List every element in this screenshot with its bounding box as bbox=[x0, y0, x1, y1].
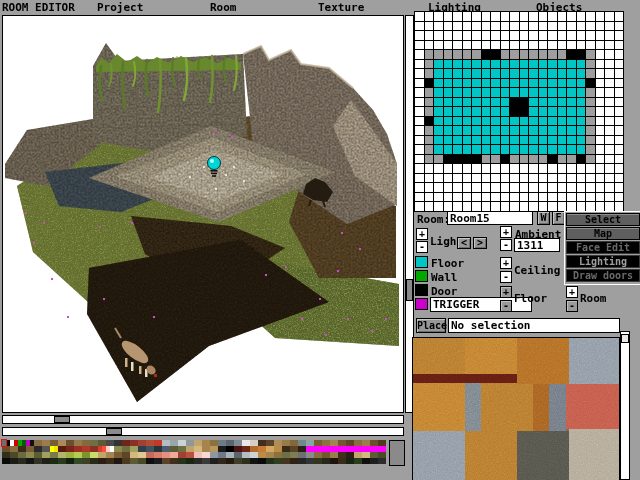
map-cell[interactable] bbox=[510, 41, 519, 50]
map-cell[interactable] bbox=[520, 88, 529, 97]
map-cell[interactable] bbox=[529, 164, 538, 173]
viewport-horizontal-scrollbar-1-thumb[interactable] bbox=[54, 416, 70, 423]
map-cell[interactable] bbox=[453, 193, 462, 202]
map-cell[interactable] bbox=[491, 12, 500, 21]
texture-tile[interactable] bbox=[517, 338, 569, 384]
map-cell[interactable] bbox=[567, 183, 576, 192]
map-cell[interactable] bbox=[605, 41, 614, 50]
texture-tile[interactable] bbox=[569, 338, 619, 384]
map-cell[interactable] bbox=[577, 31, 586, 40]
map-cell[interactable] bbox=[605, 88, 614, 97]
map-cell[interactable] bbox=[425, 41, 434, 50]
map-cell[interactable] bbox=[434, 193, 443, 202]
map-cell[interactable] bbox=[463, 31, 472, 40]
map-cell[interactable] bbox=[463, 79, 472, 88]
map-cell[interactable] bbox=[482, 145, 491, 154]
map-cell[interactable] bbox=[463, 155, 472, 164]
map-cell[interactable] bbox=[444, 60, 453, 69]
map-cell[interactable] bbox=[491, 126, 500, 135]
map-cell[interactable] bbox=[539, 126, 548, 135]
map-cell[interactable] bbox=[558, 117, 567, 126]
map-cell[interactable] bbox=[567, 107, 576, 116]
map-cell[interactable] bbox=[425, 126, 434, 135]
map-cell[interactable] bbox=[596, 126, 605, 135]
map-cell[interactable] bbox=[615, 12, 624, 21]
map-cell[interactable] bbox=[529, 12, 538, 21]
map-cell[interactable] bbox=[529, 193, 538, 202]
map-cell[interactable] bbox=[548, 193, 557, 202]
map-cell[interactable] bbox=[548, 79, 557, 88]
map-cell[interactable] bbox=[520, 202, 529, 211]
map-cell[interactable] bbox=[539, 41, 548, 50]
map-cell[interactable] bbox=[501, 79, 510, 88]
map-cell[interactable] bbox=[586, 69, 595, 78]
map-cell[interactable] bbox=[501, 126, 510, 135]
light-plus-button[interactable]: + bbox=[416, 228, 428, 240]
map-cell[interactable] bbox=[596, 136, 605, 145]
map-cell[interactable] bbox=[577, 193, 586, 202]
map-cell[interactable] bbox=[586, 107, 595, 116]
map-cell[interactable] bbox=[615, 69, 624, 78]
map-cell[interactable] bbox=[444, 12, 453, 21]
map-cell[interactable] bbox=[548, 155, 557, 164]
mode-button-lighting[interactable]: Lighting bbox=[566, 255, 640, 268]
map-cell[interactable] bbox=[605, 107, 614, 116]
map-cell[interactable] bbox=[434, 79, 443, 88]
map-cell[interactable] bbox=[463, 107, 472, 116]
map-cell[interactable] bbox=[539, 60, 548, 69]
mode-button-face-edit[interactable]: Face Edit bbox=[566, 241, 640, 254]
map-cell[interactable] bbox=[491, 79, 500, 88]
map-cell[interactable] bbox=[558, 98, 567, 107]
map-cell[interactable] bbox=[501, 136, 510, 145]
map-cell[interactable] bbox=[510, 155, 519, 164]
map-cell[interactable] bbox=[482, 155, 491, 164]
map-cell[interactable] bbox=[615, 193, 624, 202]
map-cell[interactable] bbox=[615, 164, 624, 173]
map-cell[interactable] bbox=[577, 174, 586, 183]
map-cell[interactable] bbox=[605, 31, 614, 40]
map-cell[interactable] bbox=[510, 98, 519, 107]
map-cell[interactable] bbox=[520, 117, 529, 126]
map-cell[interactable] bbox=[548, 98, 557, 107]
map-cell[interactable] bbox=[539, 183, 548, 192]
map-cell[interactable] bbox=[482, 136, 491, 145]
map-cell[interactable] bbox=[520, 193, 529, 202]
map-cell[interactable] bbox=[558, 107, 567, 116]
map-cell[interactable] bbox=[529, 60, 538, 69]
map-cell[interactable] bbox=[434, 136, 443, 145]
map-cell[interactable] bbox=[444, 193, 453, 202]
map-cell[interactable] bbox=[520, 98, 529, 107]
map-cell[interactable] bbox=[463, 98, 472, 107]
map-cell[interactable] bbox=[567, 31, 576, 40]
map-cell[interactable] bbox=[434, 126, 443, 135]
map-cell[interactable] bbox=[567, 136, 576, 145]
map-cell[interactable] bbox=[558, 164, 567, 173]
legend-swatch-wall[interactable] bbox=[415, 270, 428, 282]
map-cell[interactable] bbox=[434, 202, 443, 211]
viewport-3d[interactable] bbox=[2, 15, 404, 413]
map-cell[interactable] bbox=[444, 98, 453, 107]
map-cell[interactable] bbox=[444, 22, 453, 31]
map-cell[interactable] bbox=[596, 60, 605, 69]
map-cell[interactable] bbox=[472, 164, 481, 173]
map-cell[interactable] bbox=[453, 31, 462, 40]
viewport-horizontal-scrollbar-2-thumb[interactable] bbox=[106, 428, 122, 435]
map-cell[interactable] bbox=[472, 41, 481, 50]
map-cell[interactable] bbox=[567, 41, 576, 50]
texture-tile[interactable] bbox=[465, 383, 481, 431]
map-cell[interactable] bbox=[444, 117, 453, 126]
map-cell[interactable] bbox=[415, 174, 424, 183]
map-cell[interactable] bbox=[482, 183, 491, 192]
map-cell[interactable] bbox=[520, 12, 529, 21]
map-cell[interactable] bbox=[605, 155, 614, 164]
map-cell[interactable] bbox=[605, 60, 614, 69]
map-cell[interactable] bbox=[605, 79, 614, 88]
map-cell[interactable] bbox=[463, 12, 472, 21]
map-cell[interactable] bbox=[501, 145, 510, 154]
map-cell[interactable] bbox=[472, 136, 481, 145]
map-cell[interactable] bbox=[520, 69, 529, 78]
map-cell[interactable] bbox=[605, 126, 614, 135]
map-cell[interactable] bbox=[491, 202, 500, 211]
map-cell[interactable] bbox=[577, 117, 586, 126]
map-cell[interactable] bbox=[605, 69, 614, 78]
